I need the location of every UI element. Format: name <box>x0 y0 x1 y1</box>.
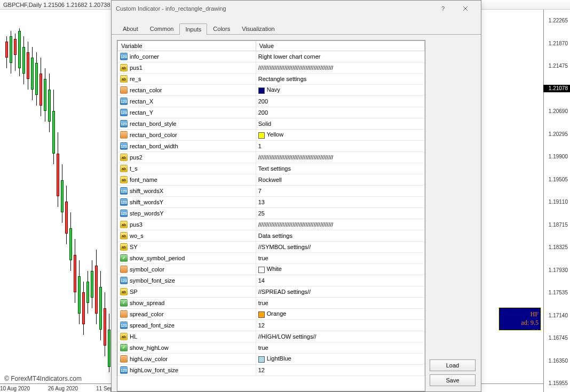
value-cell[interactable]: //SPREAD settings// <box>256 286 424 298</box>
table-row[interactable]: 123shift_wordsY13 <box>118 197 425 208</box>
value-cell[interactable]: White <box>256 264 424 275</box>
table-row[interactable]: ✓show_highLowtrue <box>118 342 425 354</box>
value-cell[interactable]: 25 <box>256 208 424 219</box>
value-cell[interactable]: 200 <box>256 96 424 107</box>
value-text: Text settings <box>258 165 291 172</box>
value-cell[interactable]: Rockwell <box>256 174 424 186</box>
table-row[interactable]: symbol_colorWhite <box>118 264 425 275</box>
table-row[interactable]: 123info_cornerRight lower chart corner <box>118 51 425 62</box>
value-cell[interactable]: Rectangle settings <box>256 74 424 85</box>
variable-name: pus1 <box>130 65 142 71</box>
tab-about[interactable]: About <box>117 23 144 34</box>
col-value[interactable]: Value <box>256 41 424 51</box>
tab-common[interactable]: Common <box>144 23 180 34</box>
table-row[interactable]: 123step_wordsY25 <box>118 208 425 219</box>
table-row[interactable]: 123symbol_font_size14 <box>118 275 425 286</box>
value-cell[interactable]: Navy <box>256 85 424 96</box>
value-cell[interactable]: ////////////////////////////////////////… <box>256 219 424 230</box>
table-row[interactable]: 123rectan_bord_width1 <box>118 141 425 152</box>
value-text: 13 <box>258 199 265 205</box>
table-row[interactable]: 123highLow_font_size12 <box>118 365 425 376</box>
123-type-icon: 123 <box>120 187 128 195</box>
value-cell[interactable]: 7 <box>256 186 424 197</box>
variable-name: spread_color <box>130 311 164 317</box>
variable-name: pus2 <box>130 154 142 161</box>
table-row[interactable]: abSP//SPREAD settings// <box>118 286 425 298</box>
table-row[interactable]: abpus2//////////////////////////////////… <box>118 152 425 163</box>
123-type-icon: 123 <box>120 142 128 150</box>
variable-name: HL <box>130 333 137 340</box>
value-cell[interactable]: Solid <box>256 118 424 130</box>
value-cell[interactable]: 200 <box>256 107 424 118</box>
variable-name: spread_font_size <box>130 322 175 329</box>
value-cell[interactable]: Yellow <box>256 130 424 141</box>
save-button[interactable]: Save <box>430 374 476 386</box>
table-row[interactable]: rectan_colorNavy <box>118 85 425 96</box>
value-cell[interactable]: Data settings <box>256 230 424 242</box>
123-type-icon: 123 <box>120 210 128 217</box>
col-variable[interactable]: Variable <box>118 41 256 51</box>
table-row[interactable]: 123spread_font_size12 <box>118 320 425 331</box>
help-button[interactable]: ? <box>432 1 454 16</box>
table-row[interactable]: rectan_bord_colorYellow <box>118 130 425 141</box>
table-row[interactable]: abpus1//////////////////////////////////… <box>118 62 425 74</box>
value-text: 12 <box>258 322 265 329</box>
price-tick: 1.17140 <box>549 312 568 318</box>
variable-name: rectan_bord_color <box>130 132 177 138</box>
table-row[interactable]: highLow_colorLightBlue <box>118 354 425 365</box>
value-text: 200 <box>258 109 268 116</box>
value-cell[interactable]: Right lower chart corner <box>256 51 424 62</box>
value-text: ////////////////////////////////////////… <box>258 221 334 228</box>
value-text: 25 <box>258 210 265 217</box>
value-cell[interactable]: 13 <box>256 197 424 208</box>
tab-inputs[interactable]: Inputs <box>179 23 207 35</box>
value-cell[interactable]: true <box>256 253 424 264</box>
titlebar[interactable]: Custom Indicator - info_rectangle_drawin… <box>112 1 481 17</box>
value-cell[interactable]: 12 <box>256 365 424 376</box>
table-row[interactable]: abpus3//////////////////////////////////… <box>118 219 425 230</box>
variable-name: t_s <box>130 165 138 172</box>
value-cell[interactable]: true <box>256 298 424 309</box>
value-cell[interactable]: ////////////////////////////////////////… <box>256 152 424 163</box>
tab-visualization[interactable]: Visualization <box>236 23 281 34</box>
value-cell[interactable]: //SYMBOL settings// <box>256 242 424 253</box>
value-cell[interactable]: 1 <box>256 141 424 152</box>
value-cell[interactable]: Orange <box>256 309 424 320</box>
value-cell[interactable]: ////////////////////////////////////////… <box>256 62 424 74</box>
value-text: 14 <box>258 277 265 284</box>
date-tick: 10 Aug 2020 <box>0 386 30 391</box>
load-button[interactable]: Load <box>430 359 476 371</box>
value-cell[interactable]: //HIGH/LOW settings// <box>256 331 424 342</box>
table-row[interactable]: abfont_nameRockwell <box>118 174 425 186</box>
table-row[interactable]: abt_sText settings <box>118 163 425 174</box>
value-cell[interactable]: 12 <box>256 320 424 331</box>
value-text: Rockwell <box>258 177 282 183</box>
table-row[interactable]: 123shift_wordsX7 <box>118 186 425 197</box>
variable-name: SP <box>130 289 138 295</box>
table-row[interactable]: 123rectan_X200 <box>118 96 425 107</box>
table-row[interactable]: spread_colorOrange <box>118 309 425 320</box>
value-text: 12 <box>258 367 265 373</box>
ab-type-icon: ab <box>120 333 128 340</box>
variable-name: step_wordsY <box>130 210 164 217</box>
table-row[interactable]: ✓show_spreadtrue <box>118 298 425 309</box>
color-swatch <box>258 132 265 139</box>
close-button[interactable] <box>454 1 477 16</box>
table-row[interactable]: abSY//SYMBOL settings// <box>118 242 425 253</box>
price-tick: 1.19110 <box>549 199 568 205</box>
table-row[interactable]: ✓show_symbol_periodtrue <box>118 253 425 264</box>
value-cell[interactable]: LightBlue <box>256 354 424 365</box>
value-text: 7 <box>258 188 262 194</box>
table-row[interactable]: 123rectan_Y200 <box>118 107 425 118</box>
table-row[interactable]: abwo_sData settings <box>118 230 425 242</box>
table-row[interactable]: abHL//HIGH/LOW settings// <box>118 331 425 342</box>
variable-name: show_symbol_period <box>130 255 185 261</box>
price-tick: 1.21870 <box>549 40 568 46</box>
table-row[interactable]: abre_sRectangle settings <box>118 74 425 85</box>
value-cell[interactable]: true <box>256 342 424 354</box>
tab-colors[interactable]: Colors <box>207 23 236 34</box>
value-cell[interactable]: 14 <box>256 275 424 286</box>
table-row[interactable]: 123rectan_bord_styleSolid <box>118 118 425 130</box>
inputs-grid[interactable]: Variable Value 123info_cornerRight lower… <box>117 40 425 391</box>
value-cell[interactable]: Text settings <box>256 163 424 174</box>
